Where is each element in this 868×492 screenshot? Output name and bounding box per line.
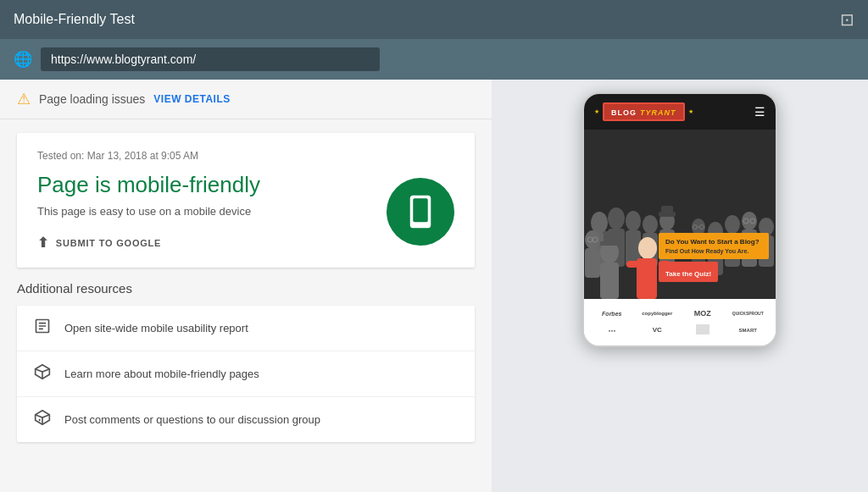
resource-text-discuss: Post comments or questions to our discus… <box>64 413 320 426</box>
phone-mockup: ★ BLOG TYRANT ★ ☰ <box>582 92 777 347</box>
resource-item-usability[interactable]: Open site-wide mobile usability report <box>17 306 475 351</box>
cta-subtitle: Find Out How Ready You Are. <box>665 248 762 254</box>
title-bar: Mobile-Friendly Test ⊡ <box>0 0 868 39</box>
discuss-icon <box>34 409 51 430</box>
svg-rect-1 <box>413 198 428 222</box>
mobile-friendly-desc: This page is easy to use on a mobile dev… <box>37 205 260 218</box>
resource-item-discuss[interactable]: Post comments or questions to our discus… <box>17 397 475 442</box>
blog-logo: BLOG TYRANT <box>603 102 685 121</box>
svg-point-41 <box>638 237 657 259</box>
phone-icon <box>403 194 438 229</box>
svg-rect-28 <box>661 206 673 214</box>
svg-point-29 <box>725 215 740 234</box>
forbes-logo: Forbes <box>591 309 633 318</box>
card-left: Page is mobile-friendly This page is eas… <box>37 172 260 251</box>
svg-rect-42 <box>637 258 657 299</box>
svg-point-23 <box>643 215 658 234</box>
resource-text-learn: Learn more about mobile-friendly pages <box>64 368 259 380</box>
main-layout: ⚠ Page loading issues VIEW DETAILS Teste… <box>0 80 868 492</box>
svg-rect-20 <box>585 248 600 278</box>
take-quiz-button[interactable]: Take the Quiz! <box>659 262 718 282</box>
phone-screen: ★ BLOG TYRANT ★ ☰ <box>584 94 776 346</box>
usability-report-icon <box>34 318 51 339</box>
resource-card: Open site-wide mobile usability report L… <box>17 306 475 442</box>
warning-bar: ⚠ Page loading issues VIEW DETAILS <box>0 80 492 119</box>
hamburger-icon[interactable]: ☰ <box>754 105 765 119</box>
svg-point-31 <box>742 212 757 230</box>
result-card: Tested on: Mar 13, 2018 at 9:05 AM Page … <box>17 133 475 268</box>
cta-title: Do You Want to Start a Blog? <box>665 238 762 246</box>
tested-on-text: Tested on: Mar 13, 2018 at 9:05 AM <box>37 150 454 162</box>
vc-logo: VC <box>637 324 679 335</box>
app-title: Mobile-Friendly Test <box>14 12 135 27</box>
url-bar: 🌐 <box>0 39 868 80</box>
mobile-friendly-title: Page is mobile-friendly <box>37 172 260 198</box>
svg-point-15 <box>608 207 625 229</box>
cta-button-label: Take the Quiz! <box>665 270 711 278</box>
upload-icon: ⬆ <box>37 235 49 251</box>
resource-text-usability: Open site-wide mobile usability report <box>64 322 248 334</box>
additional-resources: Additional resources Open site-wide mobi… <box>17 281 475 442</box>
menu-icon[interactable]: ⊡ <box>840 9 854 30</box>
submit-label: SUBMIT TO GOOGLE <box>56 238 161 248</box>
svg-rect-52 <box>696 324 709 334</box>
logo-5: ●●● <box>591 326 633 334</box>
view-details-link[interactable]: VIEW DETAILS <box>153 93 230 105</box>
svg-rect-43 <box>626 261 638 268</box>
hero-area: Do You Want to Start a Blog? Find Out Ho… <box>584 130 776 299</box>
right-panel: ★ BLOG TYRANT ★ ☰ <box>492 80 868 492</box>
warning-text: Page loading issues <box>39 92 145 106</box>
svg-rect-38 <box>600 263 619 299</box>
copyblogger-logo: copyblogger <box>637 309 679 318</box>
logos-section: Forbes copyblogger MOZ QUICKSPROUT ●●● V… <box>584 299 776 346</box>
globe-icon: 🌐 <box>14 50 32 69</box>
logo-7 <box>682 323 724 337</box>
learn-icon <box>34 363 51 384</box>
submit-to-google-button[interactable]: ⬆ SUBMIT TO GOOGLE <box>37 235 161 251</box>
svg-point-17 <box>626 211 641 231</box>
svg-rect-40 <box>604 231 615 243</box>
card-content: Page is mobile-friendly This page is eas… <box>37 172 454 251</box>
additional-resources-title: Additional resources <box>17 281 475 296</box>
moz-logo: MOZ <box>682 307 724 319</box>
left-panel: ⚠ Page loading issues VIEW DETAILS Teste… <box>0 80 492 492</box>
blog-header: ★ BLOG TYRANT ★ ☰ <box>584 94 776 130</box>
smart-logo: SMART <box>727 326 770 334</box>
svg-point-2 <box>419 224 422 227</box>
mobile-friendly-icon <box>387 178 454 246</box>
cta-overlay: Do You Want to Start a Blog? Find Out Ho… <box>659 233 769 282</box>
quicksprout-logo: QUICKSPROUT <box>727 309 770 318</box>
url-input[interactable] <box>41 47 380 71</box>
warning-icon: ⚠ <box>17 90 31 108</box>
resource-item-learn[interactable]: Learn more about mobile-friendly pages <box>17 351 475 397</box>
